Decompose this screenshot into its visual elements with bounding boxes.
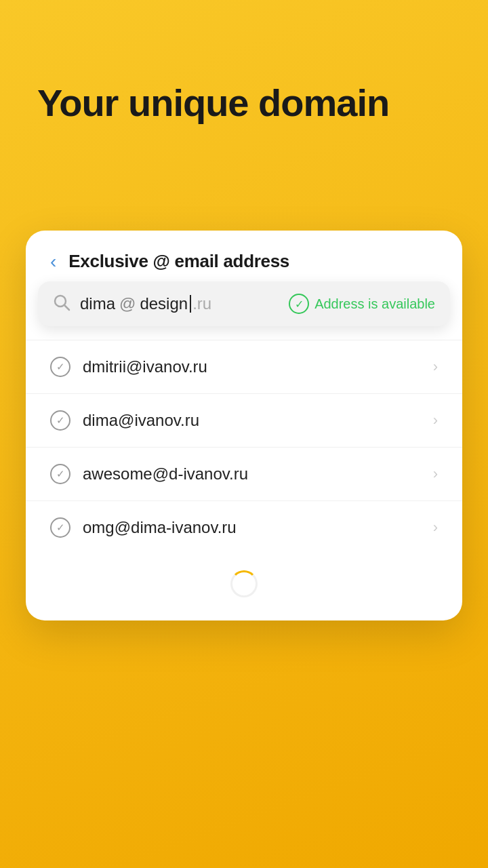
- suggestion-check-icon: ✓: [50, 517, 70, 538]
- list-item[interactable]: ✓ dmitrii@ivanov.ru ›: [26, 340, 462, 393]
- loading-indicator: [26, 554, 462, 604]
- card-title: Exclusive @ email address: [68, 251, 289, 272]
- chevron-right-icon: ›: [433, 359, 438, 374]
- svg-line-1: [65, 306, 70, 311]
- chevron-right-icon: ›: [433, 520, 438, 535]
- list-item[interactable]: ✓ dima@ivanov.ru ›: [26, 393, 462, 447]
- back-button[interactable]: ‹: [50, 252, 56, 271]
- search-input[interactable]: dima @ design .ru: [80, 294, 279, 313]
- suggestion-email: dmitrii@ivanov.ru: [83, 357, 421, 376]
- suggestions-list: ✓ dmitrii@ivanov.ru › ✓ dima@ivanov.ru ›…: [26, 340, 462, 620]
- search-bar[interactable]: dima @ design .ru ✓ Address is available: [38, 281, 450, 326]
- search-icon: [53, 294, 70, 314]
- suggestion-check-icon: ✓: [50, 464, 70, 484]
- suggestion-email: omg@dima-ivanov.ru: [83, 518, 421, 537]
- search-at: @: [119, 294, 136, 313]
- suggestion-email: dima@ivanov.ru: [83, 411, 421, 430]
- page-title: Your unique domain: [37, 81, 451, 125]
- text-cursor: [190, 295, 191, 313]
- search-username: dima: [80, 294, 115, 313]
- main-card: ‹ Exclusive @ email address dima @ desig…: [26, 231, 462, 620]
- available-check-icon: ✓: [289, 294, 309, 314]
- chevron-right-icon: ›: [433, 413, 438, 428]
- chevron-right-icon: ›: [433, 467, 438, 481]
- available-text: Address is available: [314, 296, 435, 312]
- search-tld: .ru: [192, 294, 211, 313]
- loading-spinner: [230, 570, 258, 597]
- svg-point-0: [55, 296, 66, 307]
- card-header: ‹ Exclusive @ email address: [26, 231, 462, 288]
- search-domain: design: [140, 294, 188, 313]
- list-item[interactable]: ✓ omg@dima-ivanov.ru ›: [26, 500, 462, 554]
- availability-badge: ✓ Address is available: [289, 294, 435, 314]
- suggestion-check-icon: ✓: [50, 410, 70, 431]
- suggestion-email: awesome@d-ivanov.ru: [83, 465, 421, 484]
- list-item[interactable]: ✓ awesome@d-ivanov.ru ›: [26, 447, 462, 500]
- suggestion-check-icon: ✓: [50, 357, 70, 377]
